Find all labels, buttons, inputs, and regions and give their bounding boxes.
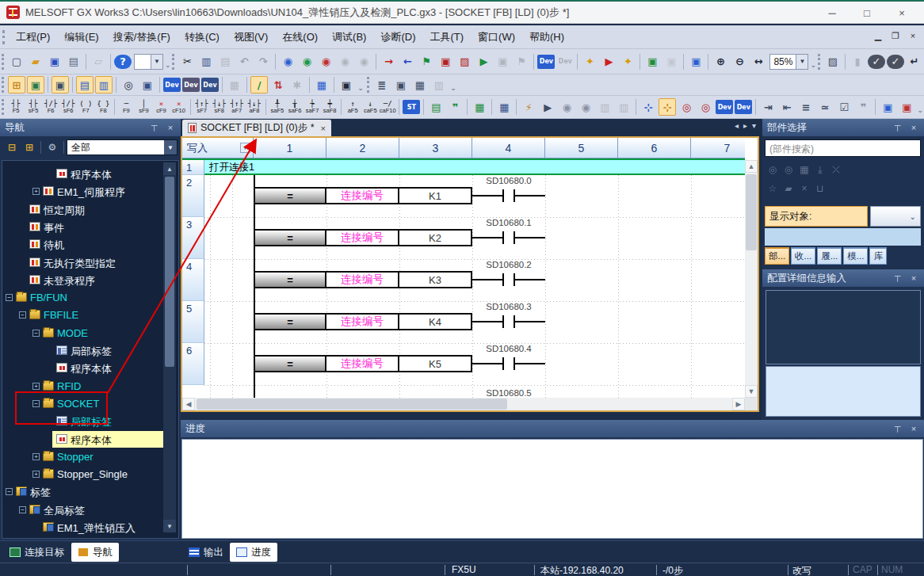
instruction-operand-cell[interactable]: 连接编号 — [325, 271, 399, 288]
close-panel-icon[interactable]: × — [908, 123, 919, 132]
toolbar-grip[interactable] — [367, 77, 369, 93]
run-monitor-icon[interactable]: ▶ — [475, 53, 492, 71]
zoom-out-icon[interactable]: ⊖ — [731, 53, 748, 71]
collapse-all-icon[interactable]: ⊟ — [4, 139, 20, 155]
close-branch-button[interactable]: ┤/├sF6 — [59, 97, 77, 117]
contact-device-label[interactable]: SD10680.0 — [472, 176, 545, 185]
statement-edit-icon[interactable]: ✦ — [581, 53, 598, 71]
menu-item-1[interactable]: 工程(P) — [9, 29, 57, 46]
toolbar-overflow-icon[interactable]: ⌄ — [356, 76, 365, 93]
tree-item-MODE[interactable]: −MODE — [2, 325, 178, 342]
monitor-all-windows-icon[interactable]: ▣ — [687, 53, 704, 71]
horizontal-scrollbar[interactable]: ◀ ▶ — [182, 398, 745, 410]
chevron-down-icon[interactable]: ▼ — [164, 140, 177, 154]
horizontal-line-button[interactable]: ─F9 — [117, 97, 135, 117]
navigation-window-icon[interactable]: ⊞ — [8, 76, 25, 93]
editor-tab-socket[interactable]: SOCKET [FB] [LD] (0)步 * × — [182, 120, 331, 136]
docking-snippet-icon[interactable]: ▨ — [824, 53, 842, 71]
dock-tab-连接目标[interactable]: 连接目标 — [3, 543, 71, 562]
tree-item-全局标签[interactable]: −全局标签 — [2, 502, 178, 519]
scroll-left-icon[interactable]: ◀ — [182, 398, 195, 410]
maximize-button[interactable]: □ — [850, 2, 884, 24]
scroll-down-icon[interactable]: ▼ — [163, 520, 176, 532]
watch-window-icon[interactable]: ▣ — [139, 76, 156, 93]
tree-expander-icon[interactable]: + — [32, 188, 40, 195]
ladder-backup-blue-icon[interactable]: ▣ — [879, 98, 896, 116]
open-project-icon[interactable]: ▰ — [27, 53, 44, 71]
tree-expander-icon[interactable]: + — [32, 453, 40, 460]
close-contact-button[interactable]: ┤/├F6 — [42, 97, 59, 117]
menu-item-4[interactable]: 转换(C) — [178, 29, 227, 46]
menu-item-5[interactable]: 视图(V) — [227, 29, 275, 46]
tree-expander-icon[interactable]: − — [19, 311, 26, 319]
pin-icon[interactable]: ⊥ — [892, 273, 903, 284]
check-program-2-icon[interactable]: ✓ — [887, 55, 904, 69]
monitor-write-screen-icon[interactable]: ▣ — [643, 53, 661, 71]
h-scrollbar-thumb[interactable] — [197, 399, 507, 410]
scroll-right-icon[interactable]: ▶ — [732, 398, 745, 410]
device-display-icon[interactable]: Dev — [537, 55, 555, 69]
pulse-not-open-button[interactable]: ┾saF7 — [304, 97, 321, 117]
note-table-icon[interactable]: ▦ — [495, 98, 513, 116]
contact-device-label[interactable]: SD10680.1 — [472, 218, 545, 227]
read-from-plc-icon[interactable]: ← — [399, 53, 416, 71]
mdi-restore-icon[interactable]: ❐ — [888, 29, 903, 43]
st-inline-box-icon[interactable]: ST — [403, 100, 420, 114]
read-document-1-icon[interactable]: ◎ — [678, 98, 695, 116]
toolbar-grip[interactable] — [2, 77, 4, 93]
tree-item-局部标签[interactable]: 局部标签 — [2, 413, 178, 430]
menu-item-9[interactable]: 工具(T) — [422, 29, 471, 46]
dialog-display-icon[interactable]: ▣ — [392, 76, 410, 93]
tree-filter-select[interactable]: 全部 ▼ — [67, 139, 178, 155]
chevron-down-icon[interactable]: ▼ — [796, 55, 808, 69]
zoom-select[interactable]: 85%▼ — [769, 54, 808, 70]
tree-item-程序本体[interactable]: 程序本体 — [2, 360, 178, 377]
rung-comment[interactable]: 打开连接1 — [204, 160, 745, 175]
tree-item-恒定周期[interactable]: 恒定周期 — [2, 201, 178, 219]
statement-list-icon[interactable]: ≣ — [373, 76, 391, 93]
invert-result-button[interactable]: ─/caF10 — [379, 97, 396, 117]
tree-scrollbar[interactable]: ▲ ▼ — [163, 162, 176, 532]
remote-stop-icon[interactable]: ▣ — [437, 53, 454, 71]
instruction-operand-cell[interactable]: 连接编号 — [325, 313, 399, 330]
new-project-icon[interactable]: ▢ — [8, 53, 25, 71]
tree-item-Stopper_Single[interactable]: +Stopper_Single — [2, 466, 178, 483]
print-icon[interactable]: ▤ — [65, 53, 82, 71]
tree-item-局部标签[interactable]: 局部标签 — [2, 342, 178, 360]
toolbar-grip[interactable] — [2, 99, 4, 115]
delete-row-icon[interactable]: ⇤ — [778, 98, 796, 116]
close-panel-icon[interactable]: × — [165, 123, 176, 132]
toolbar-grip[interactable] — [2, 54, 4, 70]
pin-icon[interactable]: ⊥ — [892, 424, 903, 434]
toolbar-overflow-icon[interactable]: ⌄ — [449, 76, 458, 93]
toolbar-overflow-icon[interactable]: ⌄ — [916, 98, 924, 116]
toolbar-grip[interactable] — [818, 54, 820, 70]
menu-item-10[interactable]: 窗口(W) — [471, 29, 522, 46]
menu-item-8[interactable]: 诊断(D) — [373, 29, 422, 46]
device-search-tool-icon[interactable]: ▣ — [338, 76, 355, 93]
pulse-close-branch-button[interactable]: ┤↓├aF8 — [246, 97, 263, 117]
vertical-scrollbar[interactable]: ▲ ▼ — [745, 160, 758, 398]
find-replace-device-icon[interactable]: ◉ — [317, 53, 334, 71]
dock-tab-输出[interactable]: 输出 — [182, 543, 230, 562]
pulse-contact-button[interactable]: ┤↑├sF7 — [193, 97, 211, 117]
zoom-fit-width-icon[interactable]: ↔ — [750, 53, 767, 71]
ladder-search-1-icon[interactable]: ◉ — [558, 98, 575, 116]
toolbar-grip[interactable] — [172, 54, 174, 70]
tree-item-未登录程序[interactable]: 未登录程序 — [2, 272, 178, 289]
menu-grip[interactable] — [2, 30, 5, 44]
save-project-icon[interactable]: ▣ — [46, 53, 63, 71]
copy-icon[interactable]: ▥ — [197, 53, 215, 71]
instruction-op-cell[interactable]: = — [254, 229, 326, 246]
falling-edge-button[interactable]: ↓caF5 — [361, 97, 379, 117]
tree-item-RFID[interactable]: +RFID — [2, 378, 178, 395]
statement-jump-icon[interactable]: ✦ — [619, 53, 636, 71]
tree-expander-icon[interactable]: + — [32, 383, 40, 390]
find-instruction-icon[interactable]: ◉ — [298, 53, 315, 71]
align-statements-icon[interactable]: ≡ — [797, 98, 815, 116]
coil-button[interactable]: ( )F7 — [77, 97, 94, 117]
tree-expander-icon[interactable]: − — [19, 506, 26, 513]
element-tab-5[interactable]: 库 — [869, 247, 887, 265]
tree-item-SOCKET[interactable]: −SOCKET — [2, 395, 178, 413]
device-find-blue-icon[interactable]: Dev — [716, 100, 733, 114]
